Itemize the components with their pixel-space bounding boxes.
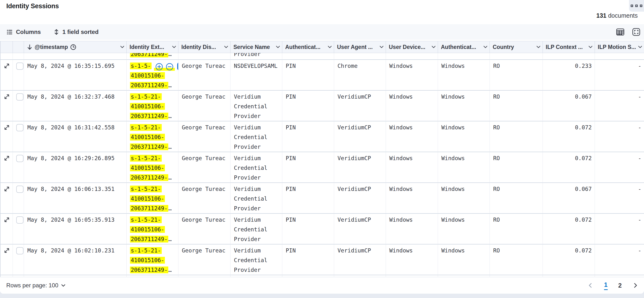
ilp-motion-value: -: [638, 124, 641, 131]
truncation-ellipsis: …: [168, 236, 172, 242]
cell-partial: [13, 53, 24, 60]
page-number-1[interactable]: 1: [604, 281, 608, 290]
next-page-button[interactable]: [632, 282, 639, 289]
expand-diagonal-icon: [4, 155, 10, 161]
table-row: May 8, 2024 @ 16:35:15.695s-1-5-41001510…: [0, 60, 644, 91]
table-row: May 8, 2024 @ 16:31:42.558s-1-5-21-41001…: [0, 121, 644, 152]
column-header-label: Authenticat...: [285, 44, 320, 50]
row-checkbox[interactable]: [16, 216, 24, 224]
expand-row-button[interactable]: [0, 91, 13, 121]
highlighted-value: 2063711249-: [130, 174, 168, 181]
cell-ilp-context-score: 0.072: [543, 214, 595, 244]
cell-value: Windows: [389, 155, 413, 161]
cell-value: RO: [493, 217, 500, 223]
cell-value: VeridiumCP: [338, 94, 371, 100]
column-header-label: User Device...: [389, 44, 426, 50]
display-name-value: George Tureac: [182, 94, 226, 100]
row-checkbox[interactable]: [16, 186, 24, 193]
chevron-down-icon[interactable]: [276, 46, 280, 49]
expand-row-button[interactable]: [0, 152, 13, 183]
expand-row-button[interactable]: [0, 214, 13, 244]
service-name-line: Credential: [234, 102, 279, 111]
panel-options-button[interactable]: [629, 0, 644, 12]
cell-service-name: VeridiumCredentialProvider: [230, 183, 282, 214]
chevron-right-icon: [632, 282, 639, 289]
chevron-down-icon[interactable]: [588, 46, 593, 49]
grid-toolbar: Columns 1 field sorted: [0, 24, 644, 40]
row-checkbox[interactable]: [16, 155, 24, 162]
cell-service-name: VeridiumCredentialProvider: [230, 214, 282, 244]
rows-per-page-select[interactable]: Rows per page: 100: [6, 282, 65, 289]
columns-button[interactable]: Columns: [6, 29, 41, 35]
cell-sliver: [13, 275, 24, 277]
cell-value: PIN: [286, 124, 296, 131]
identity-sessions-panel: Identity Sessions 131 documents Columns …: [0, 0, 644, 294]
chevron-down-icon[interactable]: [536, 46, 540, 49]
chevron-down-icon[interactable]: [328, 46, 332, 49]
page-number-2[interactable]: 2: [618, 282, 622, 289]
column-header-ilp_motion[interactable]: ILP Motion S...: [595, 41, 644, 53]
column-header-user_agent[interactable]: User Agent ...: [334, 41, 386, 53]
row-checkbox[interactable]: [16, 247, 24, 254]
chevron-down-icon[interactable]: [483, 46, 488, 49]
highlighted-value: s-1-5-21-: [130, 155, 162, 162]
column-header-service_name[interactable]: Service Name: [230, 41, 282, 53]
cell-value: Windows: [389, 247, 413, 254]
chevron-down-icon[interactable]: [432, 46, 436, 49]
display-name-value: George Tureac: [182, 155, 226, 161]
row-checkbox[interactable]: [16, 124, 24, 131]
cell-identity-display: George Tureac: [178, 152, 230, 183]
field-sorted-button[interactable]: 1 field sorted: [54, 29, 98, 35]
cell-user-agent: VeridiumCP: [334, 183, 386, 214]
row-checkbox[interactable]: [16, 93, 24, 101]
truncation-ellipsis: …: [168, 205, 172, 211]
sort-vertical-icon: [54, 29, 59, 35]
cell-timestamp: May 8, 2024 @ 16:02:10.231: [24, 244, 126, 275]
cell-value: RO: [493, 94, 500, 100]
service-name-line: Veridium: [234, 215, 279, 225]
expand-row-button[interactable]: [0, 183, 13, 214]
expand-row-button[interactable]: [0, 121, 13, 152]
ilp-context-value: 0.072: [575, 247, 592, 254]
chevron-down-icon[interactable]: [172, 46, 176, 49]
expand-diagonal-icon: [4, 94, 10, 100]
table-density-icon: [616, 28, 625, 36]
cell-authentication-device: Windows: [438, 152, 490, 183]
service-name-line: Credential: [234, 225, 279, 234]
cell-ilp-motion-score: -: [595, 183, 644, 214]
timestamp-value: May 8, 2024 @ 16:32:37.468: [27, 94, 114, 100]
rows-per-page-label: Rows per page: 100: [6, 282, 58, 289]
column-header-authenticat_1[interactable]: Authenticat...: [282, 41, 334, 53]
chevron-down-icon[interactable]: [120, 46, 124, 49]
chevron-down-icon[interactable]: [638, 46, 642, 49]
column-header-identity_ext[interactable]: Identity Ext...: [126, 41, 178, 53]
column-header-country[interactable]: Country: [490, 41, 543, 53]
display-options-button[interactable]: [616, 28, 625, 36]
cell-country: RO: [490, 152, 543, 183]
cell-sliver: [24, 275, 126, 277]
cell-authentication-method: PIN: [282, 60, 334, 91]
boxes-horizontal-icon: [635, 5, 638, 7]
column-header-authenticat_2[interactable]: Authenticat...: [438, 41, 490, 53]
cell-value: PIN: [286, 217, 296, 223]
previous-page-button[interactable]: [587, 282, 594, 289]
row-checkbox[interactable]: [16, 63, 24, 70]
cell-value: VeridiumCP: [338, 155, 371, 161]
timestamp-value: May 8, 2024 @ 16:31:42.558: [27, 124, 114, 131]
expand-row-button[interactable]: [0, 60, 13, 91]
filter-out-icon[interactable]: [166, 63, 174, 71]
cell-partial: Provider: [230, 53, 282, 60]
fullscreen-button[interactable]: [632, 28, 640, 36]
chevron-down-icon[interactable]: [224, 46, 228, 49]
expand-row-button[interactable]: [0, 244, 13, 275]
cell-value: RO: [493, 155, 500, 161]
chevron-down-icon[interactable]: [380, 46, 384, 49]
column-header-user_device[interactable]: User Device...: [386, 41, 438, 53]
column-header-ilp_context[interactable]: ILP Context ...: [543, 41, 595, 53]
cell-authentication-device: Windows: [438, 121, 490, 152]
column-header-timestamp[interactable]: @timestamp: [24, 41, 126, 53]
ilp-context-value: 0.067: [575, 94, 592, 100]
column-header-identity_dis[interactable]: Identity Dis...: [178, 41, 230, 53]
column-header-label: ILP Motion S...: [598, 44, 636, 50]
filter-for-icon[interactable]: [155, 63, 163, 71]
